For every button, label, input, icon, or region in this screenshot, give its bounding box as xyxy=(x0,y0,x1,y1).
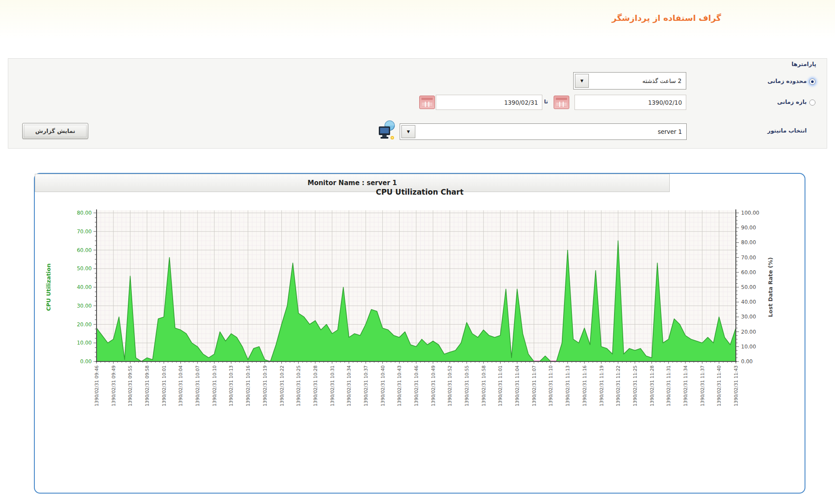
dropdown-arrow-icon[interactable]: ▼ xyxy=(401,125,415,138)
svg-text:40.00: 40.00 xyxy=(77,284,92,290)
svg-text:0.00: 0.00 xyxy=(80,358,92,365)
svg-text:1390/02/31 11:04: 1390/02/31 11:04 xyxy=(514,365,520,406)
cpu-utilization-chart: 0.0010.0020.0030.0040.0050.0060.0070.008… xyxy=(35,200,806,443)
svg-text:1390/02/31 11:01: 1390/02/31 11:01 xyxy=(498,365,503,406)
monitor-icon xyxy=(378,120,398,141)
chart-card: CPU Utilization Chart 0.0010.0020.0030.0… xyxy=(34,173,805,494)
svg-text:70.00: 70.00 xyxy=(741,255,756,261)
svg-text:1390/02/31 10:37: 1390/02/31 10:37 xyxy=(363,365,368,406)
svg-text:70.00: 70.00 xyxy=(77,229,92,235)
monitor-value: server 1 xyxy=(658,124,682,139)
svg-text:1390/02/31 11:10: 1390/02/31 11:10 xyxy=(548,365,553,406)
svg-text:1390/02/31 10:58: 1390/02/31 10:58 xyxy=(481,365,486,406)
date-from-input[interactable] xyxy=(574,95,686,110)
dropdown-arrow-icon[interactable]: ▼ xyxy=(575,74,589,88)
svg-text:1390/02/31 10:43: 1390/02/31 10:43 xyxy=(397,365,402,406)
date-range-label: بازه زمانی xyxy=(777,99,807,105)
svg-text:1390/02/31 11:16: 1390/02/31 11:16 xyxy=(582,365,587,406)
panel-title: پارامترها xyxy=(792,61,816,67)
svg-text:1390/02/31 11:37: 1390/02/31 11:37 xyxy=(700,365,705,406)
svg-text:40.00: 40.00 xyxy=(741,299,756,305)
time-range-select[interactable]: ▼ 2 ساعت گذشته xyxy=(573,72,686,90)
svg-text:1390/02/31 09:46: 1390/02/31 09:46 xyxy=(94,365,99,406)
svg-text:1390/02/31 11:34: 1390/02/31 11:34 xyxy=(683,365,688,406)
monitor-select[interactable]: ▼ server 1 xyxy=(400,123,687,140)
svg-text:1390/02/31 10:16: 1390/02/31 10:16 xyxy=(245,365,250,406)
svg-text:1390/02/31 11:07: 1390/02/31 11:07 xyxy=(531,365,537,406)
date-to-input[interactable] xyxy=(436,95,542,110)
svg-text:10.00: 10.00 xyxy=(77,340,92,346)
calendar-icon[interactable] xyxy=(554,96,569,109)
to-label: تا xyxy=(544,99,548,105)
time-range-label: محدوده زمانی xyxy=(768,78,807,84)
chart-title: CPU Utilization Chart xyxy=(35,188,805,196)
svg-text:1390/02/31 10:28: 1390/02/31 10:28 xyxy=(313,365,318,406)
svg-text:1390/02/31 10:46: 1390/02/31 10:46 xyxy=(414,365,419,406)
svg-text:1390/02/31 11:25: 1390/02/31 11:25 xyxy=(632,365,638,406)
calendar-icon[interactable] xyxy=(419,96,435,109)
show-report-button[interactable]: نمایش گزارش xyxy=(22,123,88,139)
svg-text:1390/02/31 10:55: 1390/02/31 10:55 xyxy=(464,365,469,406)
svg-text:50.00: 50.00 xyxy=(77,265,92,272)
svg-text:20.00: 20.00 xyxy=(77,322,92,328)
monitor-select-label: انتخاب مانیتور xyxy=(767,127,807,134)
svg-text:1390/02/31 11:31: 1390/02/31 11:31 xyxy=(666,365,671,406)
svg-text:1390/02/31 11:40: 1390/02/31 11:40 xyxy=(716,365,721,406)
svg-text:50.00: 50.00 xyxy=(741,284,756,290)
svg-text:30.00: 30.00 xyxy=(741,314,756,320)
parameters-panel: پارامترها محدوده زمانی ▼ 2 ساعت گذشته با… xyxy=(8,58,827,149)
svg-text:0.00: 0.00 xyxy=(741,358,753,365)
svg-text:10.00: 10.00 xyxy=(741,344,756,350)
svg-text:1390/02/31 10:13: 1390/02/31 10:13 xyxy=(228,365,234,406)
svg-text:1390/02/31 10:22: 1390/02/31 10:22 xyxy=(279,365,284,406)
svg-text:1390/02/31 11:43: 1390/02/31 11:43 xyxy=(733,365,738,406)
svg-text:1390/02/31 10:07: 1390/02/31 10:07 xyxy=(195,365,200,406)
svg-text:1390/02/31 10:25: 1390/02/31 10:25 xyxy=(296,365,301,406)
svg-text:1390/02/31 11:28: 1390/02/31 11:28 xyxy=(649,365,655,406)
svg-text:1390/02/31 09:55: 1390/02/31 09:55 xyxy=(127,365,133,406)
svg-text:1390/02/31 09:58: 1390/02/31 09:58 xyxy=(144,365,150,406)
date-range-radio[interactable] xyxy=(809,99,815,106)
svg-text:30.00: 30.00 xyxy=(77,303,92,309)
svg-text:80.00: 80.00 xyxy=(77,210,92,216)
svg-text:1390/02/31 10:34: 1390/02/31 10:34 xyxy=(346,365,351,406)
page-title: گراف استفاده از پردازشگر xyxy=(612,13,721,23)
svg-text:1390/02/31 10:04: 1390/02/31 10:04 xyxy=(178,365,183,406)
cpu-usage-report-page: { "page": { "title": "گراف استفاده از پر… xyxy=(0,0,835,504)
svg-text:1390/02/31 10:19: 1390/02/31 10:19 xyxy=(262,365,267,406)
svg-text:1390/02/31 10:52: 1390/02/31 10:52 xyxy=(447,365,452,406)
time-range-value: 2 ساعت گذشته xyxy=(642,73,681,89)
svg-text:Lost Data Rate (%): Lost Data Rate (%) xyxy=(767,257,774,317)
svg-text:20.00: 20.00 xyxy=(741,329,756,335)
svg-text:1390/02/31 10:49: 1390/02/31 10:49 xyxy=(431,365,436,406)
svg-text:1390/02/31 10:40: 1390/02/31 10:40 xyxy=(380,365,385,406)
svg-text:1390/02/31 09:49: 1390/02/31 09:49 xyxy=(111,365,116,406)
svg-text:100.00: 100.00 xyxy=(741,210,759,216)
svg-text:80.00: 80.00 xyxy=(741,239,756,245)
svg-text:1390/02/31 10:31: 1390/02/31 10:31 xyxy=(330,365,335,406)
svg-text:60.00: 60.00 xyxy=(77,247,92,253)
svg-text:1390/02/31 11:19: 1390/02/31 11:19 xyxy=(599,365,604,406)
svg-text:60.00: 60.00 xyxy=(741,269,756,275)
svg-text:CPU Utilization: CPU Utilization xyxy=(45,263,52,311)
svg-text:1390/02/31 10:10: 1390/02/31 10:10 xyxy=(212,365,217,406)
svg-text:1390/02/31 11:22: 1390/02/31 11:22 xyxy=(615,365,621,406)
svg-text:1390/02/31 10:01: 1390/02/31 10:01 xyxy=(161,365,167,406)
svg-text:1390/02/31 11:13: 1390/02/31 11:13 xyxy=(565,365,570,406)
svg-text:90.00: 90.00 xyxy=(741,225,756,231)
time-range-radio[interactable] xyxy=(809,79,815,85)
